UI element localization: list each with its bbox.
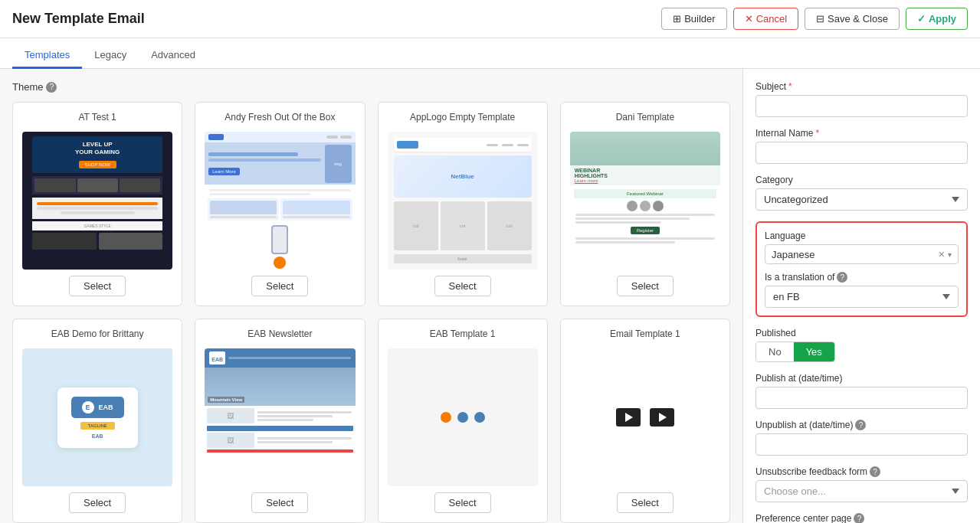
select-button-eab-template-1[interactable]: Select — [434, 492, 491, 513]
builder-button[interactable]: Builder — [661, 8, 726, 30]
select-button-dani[interactable]: Select — [617, 276, 674, 296]
template-name: AppLogo Empty Template — [410, 112, 515, 123]
internal-name-required: * — [815, 128, 819, 139]
unpublish-at-label: Unpublish at (date/time) ? — [755, 420, 968, 430]
internal-name-label: Internal Name * — [755, 128, 968, 139]
language-label: Language — [765, 230, 959, 241]
language-field-group: Language Japanese × ▾ — [765, 230, 959, 264]
template-name: Email Template 1 — [610, 329, 680, 339]
right-sidebar: Subject * Internal Name * Category Uncat… — [742, 69, 980, 523]
unsubscribe-help-icon[interactable]: ? — [870, 466, 880, 477]
template-name: Dani Template — [616, 112, 675, 123]
template-preview: Learn More img — [205, 132, 355, 270]
publish-at-label: Publish at (date/time) — [755, 373, 968, 384]
cancel-icon — [745, 13, 753, 25]
tab-templates[interactable]: Templates — [12, 43, 82, 69]
apply-button[interactable]: Apply — [906, 8, 968, 30]
language-clear-icon[interactable]: × — [937, 248, 946, 260]
select-button-andy[interactable]: Select — [251, 276, 308, 296]
template-name: Andy Fresh Out Of the Box — [225, 112, 335, 123]
language-arrow-icon: ▾ — [948, 250, 952, 259]
template-card-eab-newsletter: EAB Newsletter EAB Mountain View — [195, 319, 365, 523]
subject-label: Subject * — [755, 81, 968, 92]
save-close-button[interactable]: Save & Close — [805, 8, 900, 30]
unpublish-at-input[interactable] — [755, 433, 968, 456]
template-card-eab-demo: EAB Demo for Brittany E EAB TAGLINE EAB — [12, 319, 182, 523]
category-label: Category — [755, 175, 968, 185]
page-title: New Template Email — [12, 11, 145, 27]
published-field-group: Published No Yes — [755, 328, 968, 362]
template-card-dani: Dani Template WEBINAR HIGHLIGHTS Learn m… — [560, 102, 730, 306]
template-preview: EAB Mountain View 🖼 — [205, 348, 355, 486]
template-card-applogo: AppLogo Empty Template NetBlue — [378, 102, 548, 306]
preference-help-icon[interactable]: ? — [854, 513, 864, 523]
internal-name-input[interactable] — [755, 142, 968, 164]
top-bar-actions: Builder Cancel Save & Close Apply — [661, 8, 968, 30]
template-name: EAB Demo for Brittany — [51, 329, 144, 339]
theme-help-icon[interactable]: ? — [46, 82, 57, 93]
tab-legacy[interactable]: Legacy — [82, 43, 139, 69]
select-button-applogo[interactable]: Select — [434, 276, 491, 296]
template-name: EAB Template 1 — [430, 329, 496, 339]
publish-at-input[interactable] — [755, 387, 968, 409]
tab-advanced[interactable]: Advanced — [139, 43, 208, 69]
subject-required: * — [788, 81, 792, 92]
language-section: Language Japanese × ▾ Is a translation o… — [755, 221, 968, 317]
template-preview: LEVEL UPYOUR GAMING SHOP NOW — [22, 132, 172, 270]
save-icon — [816, 13, 824, 25]
template-card-eab-template-1: EAB Template 1 Select — [378, 319, 548, 523]
top-bar: New Template Email Builder Cancel Save &… — [0, 0, 980, 38]
template-card-email-template-1: Email Template 1 Select — [560, 319, 730, 523]
translation-label: Is a translation of ? — [765, 272, 959, 283]
cancel-button[interactable]: Cancel — [733, 8, 798, 30]
template-preview — [388, 348, 538, 486]
template-preview: NetBlue col col col footer — [388, 132, 538, 270]
main-layout: Theme ? AT Test 1 LEVEL UPYOUR GAMING SH… — [0, 69, 980, 523]
unpublish-at-field-group: Unpublish at (date/time) ? — [755, 420, 968, 456]
preference-label: Preference center page ? — [755, 513, 968, 523]
translation-help-icon[interactable]: ? — [837, 272, 847, 283]
template-preview — [570, 348, 720, 486]
internal-name-field-group: Internal Name * — [755, 128, 968, 164]
published-label: Published — [755, 328, 968, 338]
published-toggle: No Yes — [755, 342, 835, 362]
template-preview: WEBINAR HIGHLIGHTS Learn more Featured W… — [570, 132, 720, 270]
templates-grid: AT Test 1 LEVEL UPYOUR GAMING SHOP NOW — [12, 102, 730, 523]
template-preview: E EAB TAGLINE EAB — [22, 348, 172, 486]
language-input-wrapper[interactable]: Japanese × ▾ — [765, 244, 959, 264]
translation-select[interactable]: en FB — [765, 286, 959, 308]
select-button-eab-demo[interactable]: Select — [69, 492, 126, 513]
select-button-eab-newsletter[interactable]: Select — [251, 492, 308, 513]
template-card-andy: Andy Fresh Out Of the Box — [195, 102, 365, 306]
unpublish-help-icon[interactable]: ? — [855, 420, 866, 430]
select-button-at-test-1[interactable]: Select — [69, 276, 126, 296]
published-yes-button[interactable]: Yes — [794, 342, 834, 361]
unsubscribe-select[interactable]: Choose one... — [755, 480, 968, 502]
template-name: AT Test 1 — [78, 112, 116, 123]
preference-field-group: Preference center page ? Choose one... — [755, 513, 968, 523]
content-area: Theme ? AT Test 1 LEVEL UPYOUR GAMING SH… — [0, 69, 742, 523]
template-card-at-test-1: AT Test 1 LEVEL UPYOUR GAMING SHOP NOW — [12, 102, 182, 306]
language-value: Japanese — [772, 249, 937, 260]
category-select[interactable]: Uncategorized — [755, 188, 968, 211]
publish-at-field-group: Publish at (date/time) — [755, 373, 968, 409]
unsubscribe-label: Unsubscribe feedback form ? — [755, 466, 968, 477]
category-field-group: Category Uncategorized — [755, 175, 968, 211]
select-button-email-template-1[interactable]: Select — [617, 492, 674, 513]
theme-label: Theme ? — [12, 81, 730, 93]
apply-icon — [917, 13, 926, 25]
subject-field-group: Subject * — [755, 81, 968, 117]
template-name: EAB Newsletter — [247, 329, 312, 339]
published-no-button[interactable]: No — [756, 342, 794, 361]
builder-icon — [673, 13, 681, 25]
unsubscribe-field-group: Unsubscribe feedback form ? Choose one..… — [755, 466, 968, 502]
subject-input[interactable] — [755, 95, 968, 117]
tabs-bar: Templates Legacy Advanced — [0, 38, 980, 69]
translation-field-group: Is a translation of ? en FB — [765, 272, 959, 308]
